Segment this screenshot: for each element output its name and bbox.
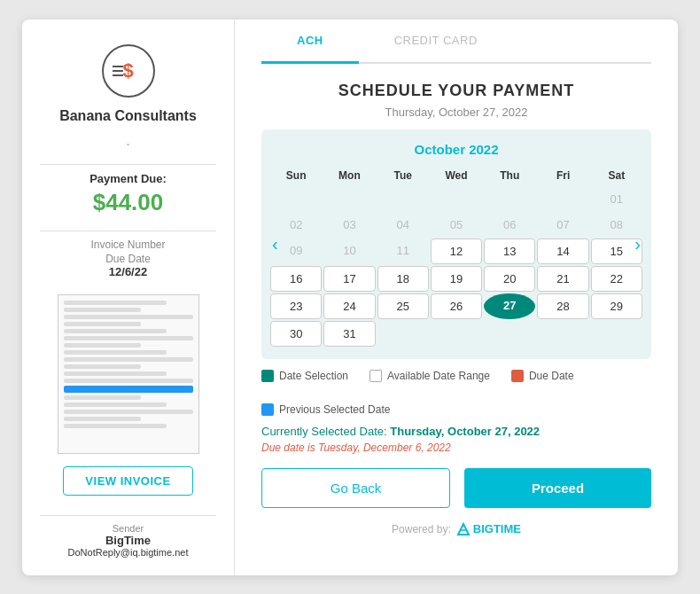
calendar-cell[interactable]: 26	[431, 293, 482, 319]
calendar-cell	[431, 321, 482, 347]
tab-credit-card[interactable]: CREDIT CARD	[359, 20, 513, 64]
calendar-cell[interactable]: 20	[484, 266, 535, 292]
calendar-header-wed: Wed	[431, 166, 482, 185]
calendar-cell[interactable]: 22	[591, 266, 642, 292]
go-back-button[interactable]: Go Back	[261, 468, 450, 508]
calendar-cell[interactable]: 31	[323, 321, 375, 347]
calendar-grid: SunMonTueWedThuFriSat0102030405060708091…	[270, 166, 642, 347]
calendar-month-title: October 2022	[270, 142, 642, 157]
calendar-cell[interactable]: 25	[377, 293, 429, 319]
calendar-cell[interactable]: 17	[323, 266, 375, 292]
section-title: SCHEDULE YOUR PAYMENT	[261, 82, 651, 100]
legend-item-previous: Previous Selected Date	[261, 403, 390, 416]
calendar-cell[interactable]: 13	[484, 238, 535, 264]
calendar-header-sun: Sun	[270, 166, 322, 185]
right-panel: ACH CREDIT CARD SCHEDULE YOUR PAYMENT Th…	[235, 20, 678, 575]
calendar-cell[interactable]: 18	[377, 266, 429, 292]
calendar-next-button[interactable]: ›	[627, 231, 648, 258]
calendar-cell[interactable]: 24	[323, 293, 375, 319]
calendar-cell	[377, 321, 429, 347]
legend-box-blue	[261, 403, 274, 416]
calendar-header-thu: Thu	[484, 166, 535, 185]
calendar-cell	[270, 187, 322, 211]
legend: Date Selection Available Date Range Due …	[261, 370, 651, 416]
bigtime-name: BIGTIME	[473, 522, 521, 535]
calendar-cell[interactable]: 21	[537, 266, 588, 292]
calendar-cell[interactable]: 27	[484, 293, 535, 319]
calendar-header-tue: Tue	[377, 166, 429, 185]
calendar-cell	[537, 321, 588, 347]
company-name: Banana Consultants	[59, 108, 197, 124]
calendar-cell	[537, 187, 588, 211]
calendar-header-fri: Fri	[537, 166, 588, 185]
legend-box-red	[511, 370, 524, 382]
selected-date-display: Thursday, October 27, 2022	[261, 106, 651, 119]
due-date-value: 12/6/22	[109, 265, 147, 278]
company-logo: $	[102, 44, 155, 98]
legend-label-available: Available Date Range	[387, 370, 490, 382]
legend-item-due-date: Due Date	[511, 370, 574, 382]
calendar-cell: 11	[377, 238, 429, 264]
legend-box-green	[261, 370, 274, 382]
calendar-header-mon: Mon	[323, 166, 375, 185]
legend-item-date-selection: Date Selection	[261, 370, 348, 382]
bigtime-logo: BIGTIME	[456, 522, 521, 536]
calendar-cell: 06	[484, 213, 535, 237]
due-date-notice: Due date is Tuesday, December 6, 2022	[261, 442, 651, 454]
calendar-cell	[323, 187, 375, 211]
legend-label-date-selection: Date Selection	[279, 370, 348, 382]
calendar-cell	[377, 187, 429, 211]
calendar-cell[interactable]: 12	[431, 238, 482, 264]
calendar-cell: 01	[591, 187, 642, 211]
calendar-cell[interactable]: 23	[270, 293, 322, 319]
svg-marker-0	[458, 524, 469, 535]
logo-dollar: $	[122, 59, 133, 82]
calendar-cell: 03	[323, 213, 375, 237]
divider-2	[40, 231, 216, 231]
powered-by-label: Powered by:	[392, 523, 451, 535]
calendar-cell	[484, 187, 535, 211]
invoice-preview	[58, 294, 199, 454]
calendar-cell[interactable]: 30	[270, 321, 322, 347]
legend-label-previous: Previous Selected Date	[279, 403, 390, 416]
tab-ach[interactable]: ACH	[261, 20, 359, 64]
calendar-cell[interactable]: 14	[537, 238, 588, 264]
due-date-label: Due Date	[105, 253, 151, 265]
legend-box-white	[369, 370, 382, 382]
calendar-cell[interactable]: 16	[270, 266, 322, 292]
calendar-cell[interactable]: 19	[431, 266, 482, 292]
proceed-button[interactable]: Proceed	[464, 468, 651, 508]
main-card: $ Banana Consultants . Payment Due: $44.…	[22, 20, 678, 575]
legend-item-available: Available Date Range	[369, 370, 490, 382]
calendar-cell: 07	[537, 213, 588, 237]
calendar-cell[interactable]: 29	[591, 293, 642, 319]
calendar-cell[interactable]: 28	[537, 293, 588, 319]
sender-email: DoNotReply@iq.bigtime.net	[68, 547, 189, 558]
dot-separator: .	[126, 131, 130, 150]
bigtime-icon	[456, 522, 471, 536]
calendar-cell: 05	[431, 213, 482, 237]
currently-selected-label: Currently Selected Date:	[261, 425, 387, 438]
left-panel: $ Banana Consultants . Payment Due: $44.…	[22, 20, 235, 575]
calendar-cell: 04	[377, 213, 429, 237]
action-buttons: Go Back Proceed	[261, 468, 651, 508]
calendar-container: ‹ › October 2022 SunMonTueWedThuFriSat01…	[261, 129, 651, 359]
tabs: ACH CREDIT CARD	[261, 20, 651, 64]
payment-amount: $44.00	[93, 189, 164, 216]
calendar-prev-button[interactable]: ‹	[265, 231, 285, 258]
calendar-cell	[591, 321, 642, 347]
calendar-cell	[484, 321, 535, 347]
currently-selected-value: Thursday, October 27, 2022	[390, 425, 540, 438]
powered-by: Powered by: BIGTIME	[261, 522, 651, 536]
divider-3	[40, 515, 216, 516]
divider-1	[40, 164, 216, 165]
invoice-number-label: Invoice Number	[90, 238, 165, 251]
calendar-cell	[431, 187, 482, 211]
calendar-cell: 10	[323, 238, 375, 264]
sender-label: Sender	[113, 523, 144, 534]
sender-name: BigTime	[105, 534, 151, 547]
calendar-header-sat: Sat	[591, 166, 642, 185]
view-invoice-button[interactable]: VIEW INVOICE	[63, 466, 192, 496]
currently-selected-text: Currently Selected Date: Thursday, Octob…	[261, 425, 651, 438]
legend-label-due-date: Due Date	[529, 370, 574, 382]
